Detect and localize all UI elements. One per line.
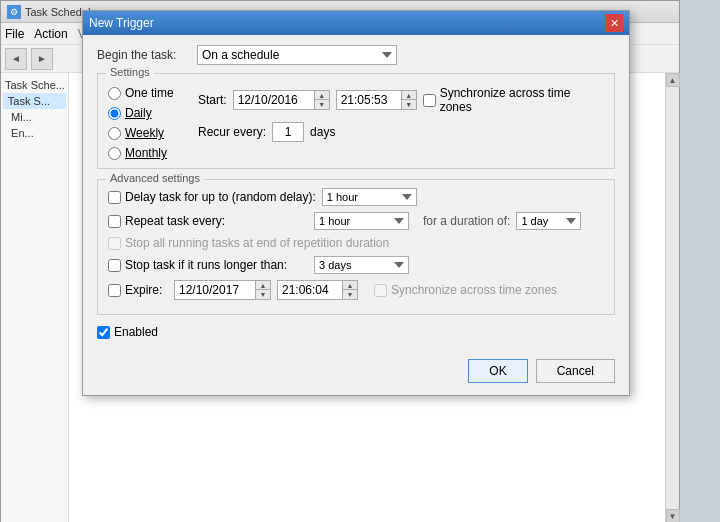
enabled-checkbox[interactable] (97, 326, 110, 339)
enabled-row: Enabled (97, 325, 615, 339)
radio-monthly-label: Monthly (125, 146, 167, 160)
expire-date-down[interactable]: ▼ (256, 290, 270, 299)
settings-inner: One time Daily Weekly Monthly (108, 82, 604, 160)
radio-one-time[interactable]: One time (108, 86, 178, 100)
dialog-titlebar: New Trigger ✕ (83, 11, 629, 35)
new-trigger-dialog: New Trigger ✕ Begin the task: On a sched… (82, 10, 630, 396)
scroll-down[interactable]: ▼ (666, 509, 680, 522)
ok-button[interactable]: OK (468, 359, 527, 383)
radio-daily[interactable]: Daily (108, 106, 178, 120)
recur-value-input[interactable] (272, 122, 304, 142)
recur-unit: days (310, 125, 335, 139)
start-date-field: ▲ ▼ (233, 90, 330, 110)
radio-one-time-input[interactable] (108, 87, 121, 100)
toolbar-back[interactable]: ◄ (5, 48, 27, 70)
stop-task-select[interactable]: 30 minutes 1 hour 2 hours 4 hours 8 hour… (314, 256, 409, 274)
start-date-spin: ▲ ▼ (314, 91, 329, 109)
scroll-up[interactable]: ▲ (666, 73, 680, 87)
repeat-task-checkbox[interactable] (108, 215, 121, 228)
menu-action[interactable]: Action (34, 27, 67, 41)
enabled-label: Enabled (114, 325, 158, 339)
expire-time-down[interactable]: ▼ (343, 290, 357, 299)
stop-running-row: Stop all running tasks at end of repetit… (108, 236, 604, 250)
dialog-title: New Trigger (89, 16, 154, 30)
sync-timezone-row[interactable]: Synchronize across time zones (423, 86, 604, 114)
stop-task-checkbox-label[interactable]: Stop task if it runs longer than: (108, 258, 308, 272)
stop-task-row: Stop task if it runs longer than: 30 min… (108, 256, 604, 274)
radio-weekly-label: Weekly (125, 126, 164, 140)
delay-task-checkbox-label[interactable]: Delay task for up to (random delay): (108, 190, 316, 204)
expire-checkbox[interactable] (108, 284, 121, 297)
settings-legend: Settings (106, 66, 154, 78)
radio-daily-label: Daily (125, 106, 152, 120)
expire-row: Expire: ▲ ▼ ▲ ▼ (108, 280, 604, 300)
begin-task-select[interactable]: On a schedule At log on At startup On id… (197, 45, 397, 65)
dialog-footer: OK Cancel (83, 351, 629, 395)
sidebar-mi[interactable]: Mi... (3, 109, 66, 125)
enabled-checkbox-label[interactable]: Enabled (97, 325, 158, 339)
start-row: Start: ▲ ▼ ▲ ▼ (198, 86, 604, 114)
radio-one-time-label: One time (125, 86, 174, 100)
radio-monthly-input[interactable] (108, 147, 121, 160)
begin-task-row: Begin the task: On a schedule At log on … (97, 45, 615, 65)
expire-date-input[interactable] (175, 281, 255, 299)
radio-monthly[interactable]: Monthly (108, 146, 178, 160)
stop-task-checkbox[interactable] (108, 259, 121, 272)
sync-timezone-checkbox[interactable] (423, 94, 436, 107)
begin-task-label: Begin the task: (97, 48, 197, 62)
start-date-input[interactable] (234, 91, 314, 109)
start-time-input[interactable] (337, 91, 401, 109)
sidebar-en[interactable]: En... (3, 125, 66, 141)
stop-running-checkbox-label: Stop all running tasks at end of repetit… (108, 236, 389, 250)
delay-task-select[interactable]: 30 minutes 1 hour 2 hours 4 hours 8 hour… (322, 188, 417, 206)
for-duration-label: for a duration of: (423, 214, 510, 228)
bg-scrollbar-right[interactable]: ▲ ▼ (665, 73, 679, 522)
expire-time-up[interactable]: ▲ (343, 281, 357, 290)
repeat-task-checkbox-label[interactable]: Repeat task every: (108, 214, 308, 228)
delay-task-label: Delay task for up to (random delay): (125, 190, 316, 204)
delay-task-row: Delay task for up to (random delay): 30 … (108, 188, 604, 206)
expire-checkbox-label[interactable]: Expire: (108, 283, 168, 297)
start-time-spin: ▲ ▼ (401, 91, 416, 109)
toolbar-forward[interactable]: ► (31, 48, 53, 70)
dialog-close-button[interactable]: ✕ (605, 14, 623, 32)
sidebar-task-s[interactable]: Task S... (3, 93, 66, 109)
settings-group: Settings One time Daily Weekly (97, 73, 615, 169)
expire-sync-label: Synchronize across time zones (374, 283, 557, 297)
advanced-settings-group: Advanced settings Delay task for up to (… (97, 179, 615, 315)
cancel-button[interactable]: Cancel (536, 359, 615, 383)
date-spin-down[interactable]: ▼ (315, 100, 329, 109)
duration-select[interactable]: 15 minutes 30 minutes 1 hour 12 hours 1 … (516, 212, 581, 230)
time-spin-up[interactable]: ▲ (402, 91, 416, 100)
sidebar-task-scheduler[interactable]: Task Sche... (3, 77, 66, 93)
expire-date-up[interactable]: ▲ (256, 281, 270, 290)
dialog-body: Begin the task: On a schedule At log on … (83, 35, 629, 351)
expire-time-spin: ▲ ▼ (342, 281, 357, 299)
expire-sync-checkbox (374, 284, 387, 297)
repeat-task-select[interactable]: 5 minutes 10 minutes 15 minutes 30 minut… (314, 212, 409, 230)
expire-label: Expire: (125, 283, 162, 297)
menu-file[interactable]: File (5, 27, 24, 41)
app-icon: ⚙ (7, 5, 21, 19)
repeat-task-row: Repeat task every: 5 minutes 10 minutes … (108, 212, 604, 230)
expire-time-field: ▲ ▼ (277, 280, 358, 300)
schedule-radio-group: One time Daily Weekly Monthly (108, 82, 178, 160)
start-label: Start: (198, 93, 227, 107)
advanced-legend: Advanced settings (106, 172, 204, 184)
stop-running-label: Stop all running tasks at end of repetit… (125, 236, 389, 250)
expire-sync-text: Synchronize across time zones (391, 283, 557, 297)
expire-time-input[interactable] (278, 281, 342, 299)
start-time-field: ▲ ▼ (336, 90, 417, 110)
radio-daily-input[interactable] (108, 107, 121, 120)
recur-label: Recur every: (198, 125, 266, 139)
sync-timezone-label: Synchronize across time zones (440, 86, 604, 114)
delay-task-checkbox[interactable] (108, 191, 121, 204)
time-spin-down[interactable]: ▼ (402, 100, 416, 109)
radio-weekly-input[interactable] (108, 127, 121, 140)
expire-date-field: ▲ ▼ (174, 280, 271, 300)
stop-task-label: Stop task if it runs longer than: (125, 258, 287, 272)
radio-weekly[interactable]: Weekly (108, 126, 178, 140)
expire-date-spin: ▲ ▼ (255, 281, 270, 299)
settings-right: Start: ▲ ▼ ▲ ▼ (198, 82, 604, 160)
date-spin-up[interactable]: ▲ (315, 91, 329, 100)
